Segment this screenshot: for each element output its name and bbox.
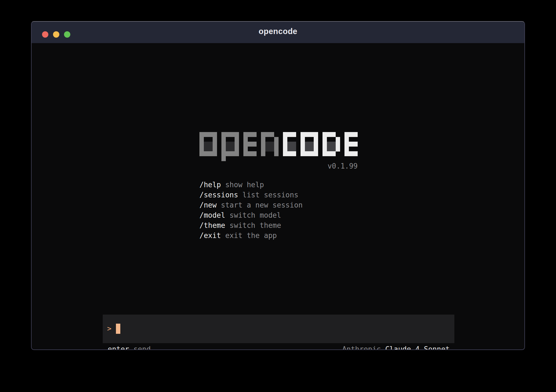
logo-pixel (292, 151, 296, 156)
logo-pixel (283, 151, 287, 156)
command-row: /exit exit the app (199, 231, 303, 241)
logo-pixel (221, 137, 226, 142)
logo-pixel (221, 132, 226, 137)
command-row: /help show help (199, 180, 303, 190)
logo-pixel (327, 132, 331, 137)
logo-pixel (336, 137, 340, 142)
logo-pixel (353, 132, 358, 137)
logo-pixel (270, 142, 274, 147)
title-bar[interactable]: opencode (32, 22, 524, 43)
logo-pixel (248, 132, 252, 137)
logo-pixel (230, 142, 235, 147)
logo-pixel (353, 142, 358, 147)
logo-pixel (252, 142, 257, 147)
logo-pixel (261, 137, 265, 142)
logo-pixel (331, 132, 336, 137)
status-bar: enter send Anthropic Claude 4 Sonnet (103, 344, 454, 350)
text-cursor (116, 324, 120, 334)
logo-pixel (349, 151, 353, 156)
logo-pixel (305, 151, 309, 156)
logo-pixel (204, 147, 208, 152)
close-button[interactable] (42, 31, 48, 38)
terminal-content: v0.1.99 /help show help/sessions list se… (32, 43, 524, 350)
command-row: /sessions list sessions (199, 190, 303, 200)
logo-pixel (199, 137, 204, 142)
logo-pixel (314, 151, 318, 156)
command-description: list sessions (238, 191, 298, 199)
logo-pixel (204, 151, 208, 156)
model-indicator: Anthropic Claude 4 Sonnet (342, 344, 450, 350)
logo-letter-p (221, 132, 239, 161)
logo-letter-o (199, 132, 217, 156)
logo-pixel (226, 142, 230, 147)
logo-pixel (235, 132, 239, 137)
logo-pixel (252, 151, 257, 156)
logo-pixel (230, 132, 235, 137)
keybind-action-label: send (134, 345, 151, 350)
logo-pixel (287, 132, 292, 137)
model-label: Claude 4 Sonnet (385, 345, 450, 350)
logo-pixel (270, 132, 274, 137)
logo-pixel (274, 137, 279, 142)
logo-pixel (226, 147, 230, 152)
logo-pixel (221, 151, 226, 156)
logo-pixel (261, 151, 265, 156)
logo-pixel (199, 142, 204, 147)
message-input[interactable]: > (103, 315, 454, 343)
zoom-button[interactable] (64, 31, 70, 38)
logo-pixel (261, 132, 265, 137)
logo-pixel (331, 142, 336, 147)
command-list: /help show help/sessions list sessions/n… (199, 180, 303, 241)
logo-pixel (323, 151, 327, 156)
version-label: v0.1.99 (199, 161, 358, 171)
command-name: /model (199, 211, 225, 219)
logo-pixel (230, 147, 235, 152)
command-description: switch theme (225, 221, 281, 229)
logo-pixel (221, 147, 226, 152)
input-line: > (107, 324, 112, 334)
logo-pixel (327, 147, 331, 152)
logo-pixel (208, 147, 213, 152)
logo-pixel (235, 147, 239, 152)
minimize-button[interactable] (53, 31, 59, 38)
command-name: /new (199, 201, 217, 209)
command-description: start a new session (217, 201, 303, 209)
logo-pixel (235, 137, 239, 142)
logo-pixel (230, 151, 235, 156)
logo-pixel (327, 142, 331, 147)
logo-letter-C (283, 132, 296, 156)
command-description: exit the app (221, 231, 277, 240)
keybind-key: enter (108, 345, 129, 350)
logo-pixel (270, 147, 274, 152)
logo-pixel (208, 142, 213, 147)
logo-pixel (199, 147, 204, 152)
logo-pixel (283, 142, 287, 147)
logo-pixel (287, 142, 292, 147)
logo-pixel (226, 151, 230, 156)
logo-letter-E (344, 132, 358, 156)
window-title: opencode (259, 27, 298, 36)
logo-pixel (349, 142, 353, 147)
logo-pixel (265, 142, 270, 147)
logo-pixel (287, 147, 292, 152)
logo-pixel (274, 147, 279, 152)
logo-pixel (323, 132, 327, 137)
provider-label: Anthropic (342, 345, 385, 350)
logo-pixel (301, 147, 305, 152)
logo-pixel (301, 132, 305, 137)
logo-pixel (305, 132, 309, 137)
logo-pixel (261, 142, 265, 147)
command-row: /model switch model (199, 210, 303, 220)
logo-pixel (248, 142, 252, 147)
logo-pixel (344, 137, 349, 142)
logo-pixel (301, 142, 305, 147)
logo-pixel (336, 142, 340, 147)
logo-pixel (292, 132, 296, 137)
logo-pixel (327, 151, 331, 156)
logo-pixel (204, 132, 208, 137)
logo-pixel (199, 132, 204, 137)
logo-pixel (248, 151, 252, 156)
logo-pixel (292, 142, 296, 147)
logo-pixel (344, 142, 349, 147)
logo-pixel (323, 147, 327, 152)
